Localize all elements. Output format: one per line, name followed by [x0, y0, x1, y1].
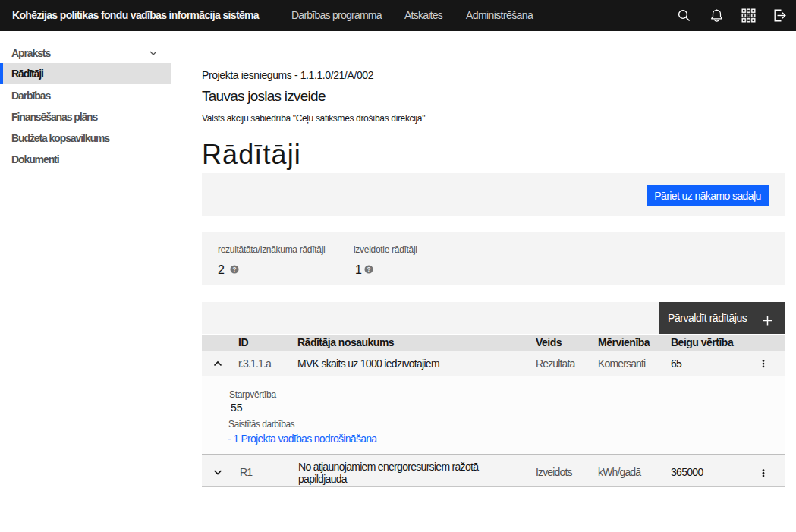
svg-text:?: ?: [233, 266, 237, 273]
svg-text:?: ?: [367, 266, 371, 273]
